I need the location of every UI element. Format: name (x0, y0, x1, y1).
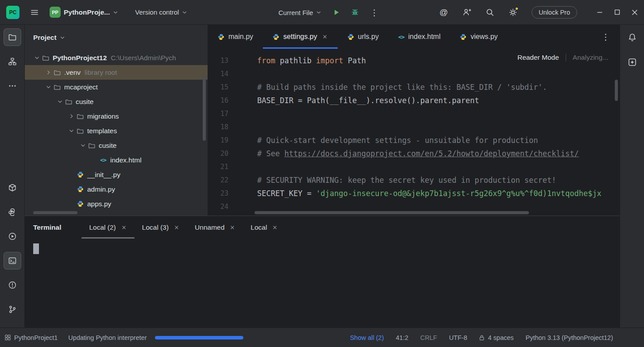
close-terminal-tab-icon[interactable] (272, 224, 278, 231)
status-project-widget[interactable]: PythonProject1 (4, 334, 58, 341)
maximize-window-icon[interactable] (614, 9, 620, 15)
chevron-down-icon[interactable] (78, 143, 87, 148)
close-terminal-tab-icon[interactable] (229, 224, 235, 231)
chevron-down-icon[interactable] (67, 128, 76, 134)
terminal-body[interactable] (25, 239, 620, 328)
editor-horizontal-scrollbar[interactable] (255, 211, 529, 214)
tree-row[interactable]: cusite (25, 94, 208, 109)
caret-position-widget[interactable]: 41:2 (396, 334, 408, 341)
problems-tool-icon[interactable] (4, 276, 21, 294)
tree-row[interactable]: apps.py (25, 197, 208, 211)
unlock-pro-button[interactable]: Unlock Pro (532, 6, 577, 19)
chevron-right-icon[interactable] (67, 113, 76, 119)
terminal-title[interactable]: Terminal (33, 216, 61, 239)
services-tool-icon[interactable] (4, 227, 21, 245)
tree-row[interactable]: migrations (25, 109, 208, 123)
chevron-down-icon[interactable] (44, 84, 53, 90)
terminal-tabs: Local (2)Local (3)UnnamedLocal (81, 216, 285, 239)
project-horizontal-scrollbar[interactable] (33, 211, 77, 214)
debug-button[interactable] (351, 8, 359, 17)
project-vertical-scrollbar[interactable] (203, 75, 206, 141)
chevron-down-icon[interactable] (55, 99, 64, 104)
code-with-me-icon[interactable] (462, 8, 471, 17)
editor-vertical-scrollbar[interactable] (615, 80, 618, 101)
more-tools-icon[interactable] (4, 77, 21, 95)
tab-label: views.py (470, 33, 497, 41)
code-line[interactable]: 14 (208, 67, 620, 81)
editor-body[interactable]: 13from pathlib import Path1415# Build pa… (208, 49, 620, 216)
notifications-bell-icon[interactable] (623, 28, 641, 46)
code-line[interactable]: 17 (208, 107, 620, 120)
project-selector[interactable]: PP PythonProje... (50, 7, 118, 18)
editor-tab-urls-py[interactable]: urls.py (338, 25, 389, 49)
update-badge (515, 7, 519, 11)
editor-tab-index-html[interactable]: <>index.html (389, 25, 451, 49)
code-line[interactable]: 21 (208, 160, 620, 174)
mentions-icon[interactable]: @ (440, 8, 448, 17)
python-file-icon (218, 34, 224, 40)
tree-row[interactable]: PythonProject12C:\Users\Admin\Pych (25, 50, 208, 65)
python-console-icon[interactable] (4, 203, 21, 221)
run-button[interactable] (332, 8, 341, 17)
search-icon[interactable] (486, 8, 494, 17)
pycharm-logo-icon: PC (6, 6, 19, 19)
close-window-icon[interactable] (632, 9, 638, 15)
code-text: BASE_DIR = Path(__file__).resolve().pare… (257, 96, 479, 105)
tree-row[interactable]: cusite (25, 138, 208, 153)
tree-row[interactable]: <>index.html (25, 153, 208, 167)
show-all-tasks-link[interactable]: Show all (2) (350, 334, 384, 341)
ai-assistant-icon[interactable] (623, 53, 641, 71)
main-menu-icon[interactable] (30, 8, 39, 17)
chevron-right-icon[interactable] (44, 69, 53, 75)
structure-tool-icon[interactable] (4, 53, 21, 70)
project-name: PythonProje... (64, 8, 110, 16)
editor-tab-views-py[interactable]: views.py (450, 25, 507, 49)
code-line[interactable]: 18 (208, 120, 620, 134)
tree-row[interactable]: mcaproject (25, 80, 208, 94)
tree-row[interactable]: __init__.py (25, 167, 208, 182)
line-number: 22 (208, 176, 228, 184)
terminal-tab[interactable]: Local (243, 216, 285, 239)
terminal-panel: Terminal Local (2)Local (3)UnnamedLocal (25, 216, 620, 328)
terminal-tool-icon[interactable] (4, 252, 21, 270)
indent-widget[interactable]: 4 spaces (479, 334, 513, 341)
folder-icon (53, 84, 62, 91)
reader-mode-button[interactable]: Reader Mode (517, 54, 559, 62)
project-tool-icon[interactable] (4, 28, 21, 46)
editor-tab-main-py[interactable]: main.py (208, 25, 263, 49)
run-configuration-selector[interactable]: Current File (278, 9, 321, 16)
editor-tab-settings-py[interactable]: settings.py (263, 25, 337, 49)
terminal-tab[interactable]: Local (3) (135, 216, 187, 239)
code-line[interactable]: 22# SECURITY WARNING: keep the secret ke… (208, 174, 620, 187)
code-line[interactable]: 20# See https://docs.djangoproject.com/e… (208, 147, 620, 160)
tree-row[interactable]: .venvlibrary root (25, 65, 208, 80)
chevron-down-icon (113, 10, 118, 15)
terminal-tab[interactable]: Unnamed (187, 216, 243, 239)
project-panel-header[interactable]: Project (25, 25, 208, 50)
settings-gear-icon[interactable] (509, 8, 517, 17)
project-grid-icon (4, 334, 11, 341)
tree-row[interactable]: templates (25, 123, 208, 138)
vcs-widget[interactable]: Version control (135, 8, 187, 16)
more-run-options-icon[interactable]: ⋮ (370, 8, 378, 17)
close-tab-icon[interactable] (322, 34, 328, 40)
code-line[interactable]: 15# Build paths inside the project like … (208, 81, 620, 94)
chevron-down-icon[interactable] (32, 55, 41, 61)
version-control-tool-icon[interactable] (4, 301, 21, 318)
close-terminal-tab-icon[interactable] (121, 224, 127, 231)
interpreter-widget[interactable]: Python 3.13 (PythonProject12) (526, 334, 613, 341)
file-encoding-widget[interactable]: UTF-8 (449, 334, 467, 341)
terminal-tab[interactable]: Local (2) (81, 216, 134, 239)
code-line[interactable]: 19# Quick-start development settings - u… (208, 134, 620, 147)
tabs-more-icon[interactable]: ⋮ (602, 33, 610, 41)
folder-icon (41, 54, 50, 62)
code-line[interactable]: 23SECRET_KEY = 'django-insecure-od@&jekp… (208, 187, 620, 200)
python-packages-icon[interactable] (4, 179, 21, 197)
line-number: 18 (208, 123, 228, 131)
tree-row[interactable]: admin.py (25, 182, 208, 197)
code-line[interactable]: 16BASE_DIR = Path(__file__).resolve().pa… (208, 94, 620, 107)
line-separator-widget[interactable]: CRLF (420, 334, 437, 341)
close-terminal-tab-icon[interactable] (174, 224, 180, 231)
minimize-window-icon[interactable] (597, 9, 603, 15)
tree-item-suffix: library root (85, 69, 117, 77)
